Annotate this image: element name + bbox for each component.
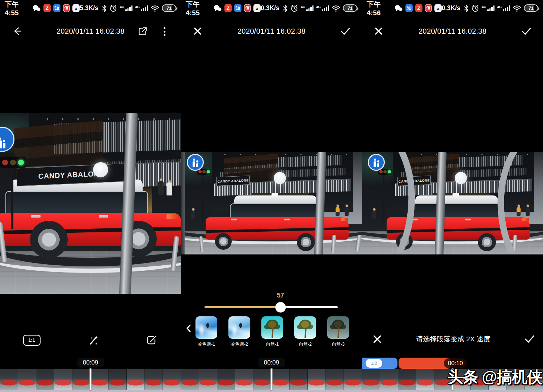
app-icon-triangle: ▲ [434,4,442,12]
speed-screen: 下午4:56 知 Z 值 ▲ 0.3K/s 4G 4G 71 2020/01/1… [362,0,543,392]
confirm-button[interactable] [519,24,534,39]
shop-sign: CANDY ABALONE [216,176,250,186]
filter-thumbnail [294,316,316,339]
app-icon-triangle: ▲ [253,4,261,12]
signal-sim1-icon: 4G [120,5,133,11]
pedestrian [345,207,349,216]
status-bar-3: 下午4:56 知 Z 值 ▲ 0.3K/s 4G 4G 71 [362,0,543,16]
status-bar-1: 下午4:55 Z 知 值 ▲ 5.3K/s 4G 4G 71 [0,0,181,16]
filter-thumbnail [228,316,250,339]
confirm-speed-button[interactable] [522,332,536,346]
crop-ratio-button[interactable]: 1:1 [22,333,42,347]
filter-list: 冷色调-1 冷色调-2 自然-1 自然-2 自然-3 [181,316,362,352]
signal-pole [202,174,203,221]
filter-thumbnail [327,316,349,339]
video-preview[interactable]: CANDY ABALONE [362,152,543,254]
confirm-button[interactable] [338,24,353,39]
more-options-button[interactable] [157,24,172,39]
filter-thumbnail [195,316,217,339]
app-icon-zhihu: 知 [53,4,60,12]
filter-option-natural2[interactable]: 自然-2 [294,316,316,347]
app-icon-z: Z [43,4,51,12]
app-icon-zhi: 值 [63,4,70,12]
timeline-time: 00:09 [258,358,285,367]
clock: 下午4:55 [5,0,29,17]
edit-button[interactable] [144,333,159,348]
red-taxi [206,195,349,253]
filter-option-natural1[interactable]: 自然-1 [261,316,283,347]
playhead[interactable] [90,368,92,390]
playhead[interactable] [271,368,273,390]
app-icon-z: Z [224,4,232,12]
filter-option-cold1[interactable]: 冷色调-1 [195,316,217,347]
pedestrian [336,207,340,216]
network-speed: 0.3K/s [442,4,460,12]
selected-speed-segment[interactable] [399,358,451,369]
round-lamp [274,172,286,184]
strength-slider-value: 57 [277,292,284,299]
alarm-icon [290,4,298,12]
screenshot-root: 下午4:55 Z 知 值 ▲ 5.3K/s 4G 4G 71 2020/01/1… [0,0,543,392]
wechat-icon [213,4,222,12]
speed-prompt-bar: 请选择段落变成 2X 速度 [362,327,543,351]
speed-header: 2020/01/11 16:02:38 [362,20,543,42]
app-icon-zhi: 值 [425,4,432,12]
battery-indicator: 71 [162,4,176,12]
timeline-time: 00:10 [444,358,467,368]
pedestrian [167,182,172,195]
filter-option-natural3[interactable]: 自然-3 [327,316,349,347]
player-screen: 下午4:55 Z 知 值 ▲ 5.3K/s 4G 4G 71 2020/01/1… [0,0,181,392]
playhead[interactable] [452,368,454,390]
player-header: 2020/01/11 16:02:38 [0,20,181,42]
clock: 下午4:56 [367,0,391,17]
bluetooth-icon [102,4,107,12]
signal-sim2-icon: 4G [497,5,510,11]
app-icon-zhihu: 知 [234,4,241,12]
filter-screen: 下午4:55 Z 知 值 ▲ 0.3K/s 4G 4G 71 2020/01/1… [181,0,362,392]
signal-sim1-icon: 4G [301,5,314,11]
magic-enhance-button[interactable] [85,332,101,348]
video-timestamp: 2020/01/11 16:02:38 [0,20,181,42]
alarm-icon [109,4,117,12]
collapse-filters-button[interactable] [185,323,193,335]
network-speed: 5.3K/s [80,4,98,12]
app-icon-triangle: ▲ [72,4,80,12]
signal-sim1-icon: 4G [482,5,495,11]
wifi-icon [151,5,159,12]
signal-pole [11,167,13,229]
round-lamp [455,172,467,184]
timeline-scrubber[interactable] [181,369,362,392]
clock: 下午4:55 [186,0,210,17]
filter-thumbnail [261,316,283,339]
strength-slider-thumb[interactable] [275,302,286,312]
video-preview[interactable]: CANDY ABALONE [0,113,181,294]
ratio-label: 1:1 [23,335,41,346]
app-icon-z: Z [415,4,422,12]
pedestrian [158,181,164,195]
filter-option-cold2[interactable]: 冷色调-2 [228,316,250,347]
pedestrian [191,211,195,219]
cancel-speed-button[interactable] [370,332,384,346]
timeline-scrubber[interactable] [362,369,543,392]
share-button[interactable] [135,24,150,39]
strength-slider[interactable] [205,306,338,308]
edge-pole [181,152,185,254]
video-preview[interactable]: CANDY ABALONE [181,152,362,254]
wechat-icon [394,4,403,12]
battery-indicator: 71 [343,4,357,12]
pedestrian-sign [187,154,204,171]
alarm-icon [471,4,479,12]
wechat-icon [32,4,41,12]
app-icon-zhihu: 知 [405,4,413,12]
traffic-light [0,157,26,168]
timeline-time: 00:09 [77,358,104,367]
segment-count-badge: 1/2 [366,359,382,368]
timeline-segments: 1/2 00:10 [362,358,543,369]
video-timestamp: 2020/01/11 16:02:38 [362,20,543,42]
network-speed: 0.3K/s [261,4,279,12]
red-taxi [0,177,181,261]
edit-toolbar: 1:1 [0,327,181,354]
timeline-scrubber[interactable] [0,369,181,392]
segment-1[interactable]: 1/2 [362,358,397,369]
round-lamp [93,162,108,177]
